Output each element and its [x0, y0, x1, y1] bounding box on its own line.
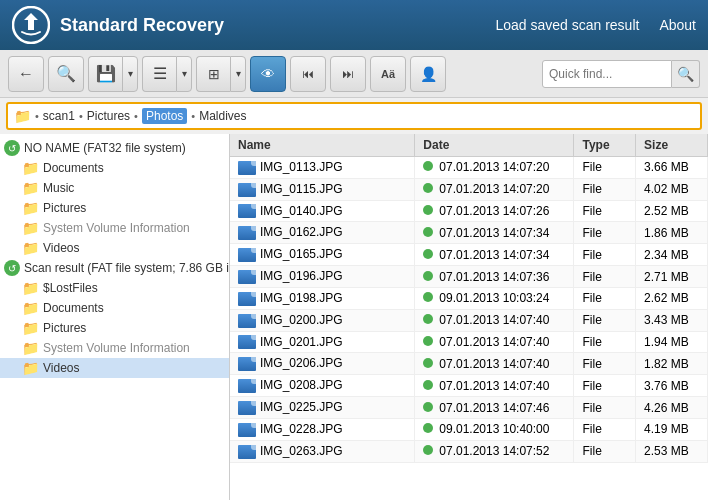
- table-row[interactable]: IMG_0113.JPG07.01.2013 14:07:20File3.66 …: [230, 157, 708, 179]
- file-type-cell: File: [574, 200, 636, 222]
- table-row[interactable]: IMG_0165.JPG07.01.2013 14:07:34File2.34 …: [230, 244, 708, 266]
- tree-item-pictures2[interactable]: 📁Pictures: [0, 318, 229, 338]
- breadcrumb-item-maldives[interactable]: Maldives: [199, 109, 246, 123]
- list-view-dropdown-arrow[interactable]: ▾: [176, 56, 192, 92]
- file-icon: [238, 423, 256, 437]
- table-row[interactable]: IMG_0206.JPG07.01.2013 14:07:40File1.82 …: [230, 353, 708, 375]
- file-date-cell: 07.01.2013 14:07:20: [415, 178, 574, 200]
- grid-view-button[interactable]: ⊞: [196, 56, 230, 92]
- next-button[interactable]: ⏭: [330, 56, 366, 92]
- breadcrumb-item-pictures[interactable]: Pictures: [87, 109, 130, 123]
- search-icon: 🔍: [56, 64, 76, 83]
- file-size-cell: 2.71 MB: [636, 266, 708, 288]
- file-name: IMG_0198.JPG: [260, 291, 343, 305]
- tree-item-lostfiles[interactable]: 📁$LostFiles: [0, 278, 229, 298]
- file-table-header-row: Name Date Type Size: [230, 134, 708, 157]
- save-dropdown-arrow[interactable]: ▾: [122, 56, 138, 92]
- tree-label-sysvolinfo2: System Volume Information: [43, 341, 190, 355]
- file-icon: [238, 161, 256, 175]
- table-row[interactable]: IMG_0162.JPG07.01.2013 14:07:34File1.86 …: [230, 222, 708, 244]
- table-row[interactable]: IMG_0198.JPG09.01.2013 10:03:24File2.62 …: [230, 287, 708, 309]
- file-date: 07.01.2013 14:07:34: [439, 248, 549, 262]
- file-date: 09.01.2013 10:40:00: [439, 422, 549, 436]
- file-table-scroll[interactable]: Name Date Type Size IMG_0113.JPG07.01.20…: [230, 134, 708, 500]
- tree-item-videos1[interactable]: 📁Videos: [0, 238, 229, 258]
- file-date-cell: 07.01.2013 14:07:40: [415, 309, 574, 331]
- tree-item-documents1[interactable]: 📁Documents: [0, 158, 229, 178]
- file-name: IMG_0196.JPG: [260, 269, 343, 283]
- prev-button[interactable]: ⏮: [290, 56, 326, 92]
- search-submit-icon: 🔍: [677, 66, 694, 82]
- list-view-button-group: ☰ ▾: [142, 56, 192, 92]
- folder-icon-videos1: 📁: [22, 240, 39, 256]
- table-row[interactable]: IMG_0196.JPG07.01.2013 14:07:36File2.71 …: [230, 266, 708, 288]
- search-button[interactable]: 🔍: [48, 56, 84, 92]
- tree-item-pictures1[interactable]: 📁Pictures: [0, 198, 229, 218]
- tree-item-music[interactable]: 📁Music: [0, 178, 229, 198]
- status-dot: [423, 314, 433, 324]
- app-logo: [12, 6, 50, 44]
- folder-icon-pictures1: 📁: [22, 200, 39, 216]
- tree-item-sysvolinfo2[interactable]: 📁System Volume Information: [0, 338, 229, 358]
- about-link[interactable]: About: [659, 17, 696, 33]
- col-date: Date: [415, 134, 574, 157]
- file-size-cell: 2.62 MB: [636, 287, 708, 309]
- file-size-cell: 2.34 MB: [636, 244, 708, 266]
- font-button[interactable]: Aä: [370, 56, 406, 92]
- save-button[interactable]: 💾: [88, 56, 122, 92]
- file-date-cell: 07.01.2013 14:07:34: [415, 222, 574, 244]
- status-dot: [423, 271, 433, 281]
- table-row[interactable]: IMG_0263.JPG07.01.2013 14:07:52File2.53 …: [230, 440, 708, 462]
- file-date-cell: 09.01.2013 10:40:00: [415, 418, 574, 440]
- file-icon: [238, 292, 256, 306]
- file-date-cell: 07.01.2013 14:07:40: [415, 375, 574, 397]
- tree-item-documents2[interactable]: 📁Documents: [0, 298, 229, 318]
- user-button[interactable]: 👤: [410, 56, 446, 92]
- header-nav: Load saved scan result About: [495, 17, 696, 33]
- breadcrumb-item-photos[interactable]: Photos: [142, 108, 187, 124]
- folder-icon-lostfiles: 📁: [22, 280, 39, 296]
- table-row[interactable]: IMG_0201.JPG07.01.2013 14:07:40File1.94 …: [230, 331, 708, 353]
- tree-label-videos1: Videos: [43, 241, 79, 255]
- table-row[interactable]: IMG_0200.JPG07.01.2013 14:07:40File3.43 …: [230, 309, 708, 331]
- folder-icon-videos2: 📁: [22, 360, 39, 376]
- tree-item-scanresult[interactable]: ↺Scan result (FAT file system; 7.86 GB i…: [0, 258, 229, 278]
- file-name-cell: IMG_0263.JPG: [230, 440, 415, 462]
- grid-view-dropdown-arrow[interactable]: ▾: [230, 56, 246, 92]
- file-type-cell: File: [574, 244, 636, 266]
- load-scan-link[interactable]: Load saved scan result: [495, 17, 639, 33]
- file-name-cell: IMG_0208.JPG: [230, 375, 415, 397]
- list-view-button[interactable]: ☰: [142, 56, 176, 92]
- search-input[interactable]: [542, 60, 672, 88]
- back-button[interactable]: ←: [8, 56, 44, 92]
- file-size-cell: 4.26 MB: [636, 397, 708, 419]
- file-name: IMG_0228.JPG: [260, 422, 343, 436]
- file-date: 07.01.2013 14:07:26: [439, 204, 549, 218]
- table-row[interactable]: IMG_0208.JPG07.01.2013 14:07:40File3.76 …: [230, 375, 708, 397]
- file-name: IMG_0162.JPG: [260, 225, 343, 239]
- user-icon: 👤: [420, 66, 437, 82]
- grid-view-button-group: ⊞ ▾: [196, 56, 246, 92]
- preview-button[interactable]: 👁: [250, 56, 286, 92]
- grid-icon: ⊞: [208, 66, 220, 82]
- file-date-cell: 07.01.2013 14:07:52: [415, 440, 574, 462]
- tree-item-videos2[interactable]: 📁Videos: [0, 358, 229, 378]
- tree-item-sysvolinfo1[interactable]: 📁System Volume Information: [0, 218, 229, 238]
- breadcrumb-sep-0: •: [35, 110, 39, 122]
- table-row[interactable]: IMG_0225.JPG07.01.2013 14:07:46File4.26 …: [230, 397, 708, 419]
- status-icon-scanresult: ↺: [4, 260, 20, 276]
- save-icon: 💾: [96, 64, 116, 83]
- status-dot: [423, 380, 433, 390]
- file-size-cell: 3.43 MB: [636, 309, 708, 331]
- table-row[interactable]: IMG_0228.JPG09.01.2013 10:40:00File4.19 …: [230, 418, 708, 440]
- file-type-cell: File: [574, 375, 636, 397]
- file-name: IMG_0206.JPG: [260, 356, 343, 370]
- file-date: 07.01.2013 14:07:40: [439, 313, 549, 327]
- breadcrumb-item-scan1[interactable]: scan1: [43, 109, 75, 123]
- file-name-cell: IMG_0198.JPG: [230, 287, 415, 309]
- search-submit-button[interactable]: 🔍: [672, 60, 700, 88]
- table-row[interactable]: IMG_0140.JPG07.01.2013 14:07:26File2.52 …: [230, 200, 708, 222]
- tree-item-noname[interactable]: ↺NO NAME (FAT32 file system): [0, 138, 229, 158]
- status-dot: [423, 292, 433, 302]
- table-row[interactable]: IMG_0115.JPG07.01.2013 14:07:20File4.02 …: [230, 178, 708, 200]
